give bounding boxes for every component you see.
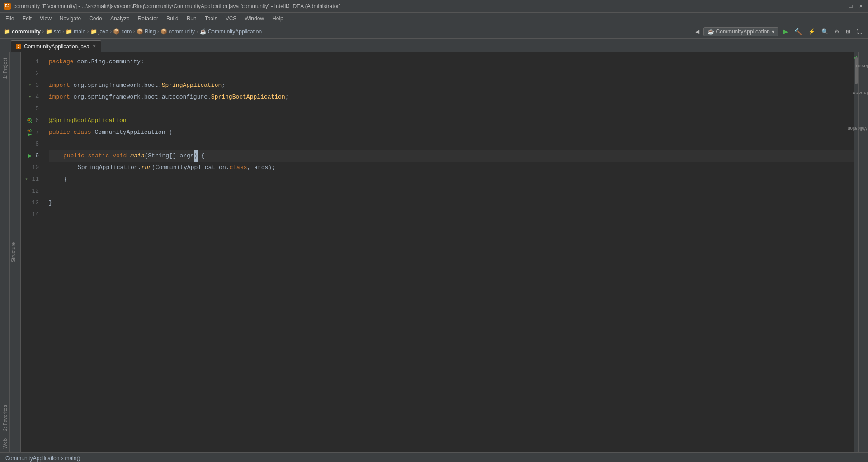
minimize-button[interactable]: ─ — [837, 3, 844, 10]
run-config-selector[interactable]: ☕ CommunityApplication ▾ — [703, 27, 778, 36]
search-button[interactable]: 🔍 — [819, 27, 830, 36]
run-gutter-icon-top — [26, 129, 33, 132]
code-line-12 — [49, 185, 854, 197]
nav-crumb-com[interactable]: 📦 com — [113, 28, 132, 35]
line-number-10: 10 — [21, 162, 43, 174]
line-number-11: ▾ 11 — [21, 174, 43, 185]
fold-icon-11[interactable]: ▾ — [23, 176, 30, 183]
nav-crumb-ring[interactable]: 📦 Ring — [137, 28, 156, 35]
menu-item-edit[interactable]: Edit — [19, 14, 35, 23]
menu-item-analyze[interactable]: Analyze — [107, 14, 133, 23]
right-tab-maven[interactable]: Maven — [851, 63, 868, 70]
code-editor[interactable]: 1 2 ▾ 3 ▾ 4 5 — [21, 52, 854, 452]
window-title: community [F:\community] - ...\src\main\… — [14, 3, 837, 9]
line-number-8: 8 — [21, 138, 43, 150]
tab-close-button[interactable]: ✕ — [92, 43, 96, 49]
right-tab-bean-validation[interactable]: Bean Validation — [843, 125, 868, 132]
project-folder-icon: 📁 — [4, 28, 10, 35]
menu-item-navigate[interactable]: Navigate — [56, 14, 85, 23]
svg-marker-5 — [28, 133, 32, 136]
run-button[interactable]: ▶ — [780, 26, 790, 37]
nav-crumb-main[interactable]: 📁 main — [66, 28, 85, 35]
build-button[interactable]: 🔨 — [792, 27, 804, 37]
menu-item-code[interactable]: Code — [85, 14, 106, 23]
search-gutter-icon — [26, 117, 33, 124]
line-number-12: 12 — [21, 185, 43, 197]
sidebar-item-project[interactable]: 1: Project — [1, 54, 9, 82]
fold-icon-3[interactable]: ▾ — [26, 82, 33, 89]
nav-bar: 📁 community › 📁 src › 📁 main › 📁 java › … — [0, 24, 868, 39]
menu-bar: FileEditViewNavigateCodeAnalyzeRefactorB… — [0, 13, 868, 24]
line-number-1: 1 — [21, 56, 43, 68]
sidebar-item-web[interactable]: Web — [1, 435, 9, 452]
sidebar-item-favorites[interactable]: 2: Favorites — [1, 401, 9, 434]
menu-item-help[interactable]: Help — [269, 14, 287, 23]
right-panel-tabs: Maven Database Bean Validation — [858, 52, 868, 452]
crumb-main: main — [74, 28, 85, 35]
menu-item-run[interactable]: Run — [183, 14, 200, 23]
code-line-8 — [49, 138, 854, 150]
run-method-icon[interactable] — [26, 152, 33, 160]
window-controls: ─ □ ✕ — [837, 3, 864, 10]
java-file-icon: J — [16, 44, 21, 49]
menu-item-build[interactable]: Build — [163, 14, 182, 23]
settings-button[interactable]: ⚙ — [832, 27, 842, 36]
breadcrumb-method[interactable]: main() — [65, 455, 80, 462]
line-number-7: 7 — [21, 127, 43, 138]
svg-point-2 — [28, 119, 30, 121]
run-gutter-icon-play[interactable] — [26, 133, 33, 137]
code-line-10: SpringApplication.run(CommunityApplicati… — [49, 162, 854, 174]
breadcrumb-sep: › — [61, 455, 63, 462]
crumb-java: java — [99, 28, 108, 35]
main-content: 1: Project 2: Favorites Web Structure 1 … — [0, 52, 868, 452]
right-tab-database[interactable]: Database — [848, 90, 868, 97]
crumb-community: community — [12, 28, 41, 35]
code-line-6: @SpringBootApplication — [49, 115, 854, 127]
menu-item-file[interactable]: File — [2, 14, 18, 23]
line-number-13: 13 — [21, 197, 43, 209]
nav-crumb-community[interactable]: 📁 community — [4, 28, 41, 35]
expand-button[interactable]: ⊞ — [844, 27, 853, 36]
code-line-7: public class CommunityApplication { — [49, 127, 854, 138]
fullscreen-button[interactable]: ⛶ — [854, 27, 864, 36]
line-number-4: ▾ 4 — [21, 91, 43, 103]
back-button[interactable]: ◀ — [693, 27, 702, 36]
menu-item-tools[interactable]: Tools — [201, 14, 221, 23]
structure-tab[interactable]: Structure — [10, 242, 16, 263]
scroll-thumb[interactable] — [855, 57, 858, 84]
breadcrumb-class[interactable]: CommunityApplication — [5, 455, 59, 462]
crumb-class: CommunityApplication — [208, 28, 262, 35]
fold-icon-4[interactable]: ▾ — [26, 94, 33, 101]
line-number-14: 14 — [21, 209, 43, 221]
crumb-ring: Ring — [145, 28, 156, 35]
line-number-6: 6 — [21, 115, 43, 127]
menu-item-window[interactable]: Window — [241, 14, 268, 23]
svg-line-1 — [31, 122, 32, 123]
menu-item-view[interactable]: View — [36, 14, 55, 23]
code-line-1: package com.Ring.community; — [49, 56, 854, 68]
nav-crumb-class[interactable]: ☕ CommunityApplication — [200, 28, 262, 35]
svg-marker-6 — [28, 154, 32, 158]
run-config-dropdown-icon: ▾ — [772, 28, 774, 35]
code-line-3: import org.springframework.boot.SpringAp… — [49, 80, 854, 91]
maximize-button[interactable]: □ — [847, 3, 854, 10]
crumb-community-pkg: community — [169, 28, 195, 35]
menu-item-refactor[interactable]: Refactor — [134, 14, 162, 23]
sidebar: Structure — [10, 52, 21, 452]
coverage-button[interactable]: ⚡ — [806, 27, 817, 36]
editor-tab-community-application[interactable]: J CommunityApplication.java ✕ — [11, 40, 101, 52]
nav-crumb-src[interactable]: 📁 src — [46, 28, 61, 35]
close-button[interactable]: ✕ — [857, 3, 864, 10]
nav-crumb-java[interactable]: 📁 java — [90, 28, 108, 35]
crumb-com: com — [121, 28, 132, 35]
line-number-5: 5 — [21, 103, 43, 115]
line-numbers: 1 2 ▾ 3 ▾ 4 5 — [21, 52, 43, 452]
crumb-src: src — [54, 28, 61, 35]
nav-crumb-community-pkg[interactable]: 📦 community — [160, 28, 195, 35]
code-line-2 — [49, 68, 854, 80]
editor-scrollbar[interactable]: ✓ — [854, 52, 858, 452]
left-panel-tabs: 1: Project 2: Favorites Web — [0, 52, 10, 452]
code-content[interactable]: package com.Ring.community; import org.s… — [43, 52, 854, 452]
bottom-breadcrumb: CommunityApplication › main() — [0, 452, 868, 462]
menu-item-vcs[interactable]: VCS — [222, 14, 241, 23]
